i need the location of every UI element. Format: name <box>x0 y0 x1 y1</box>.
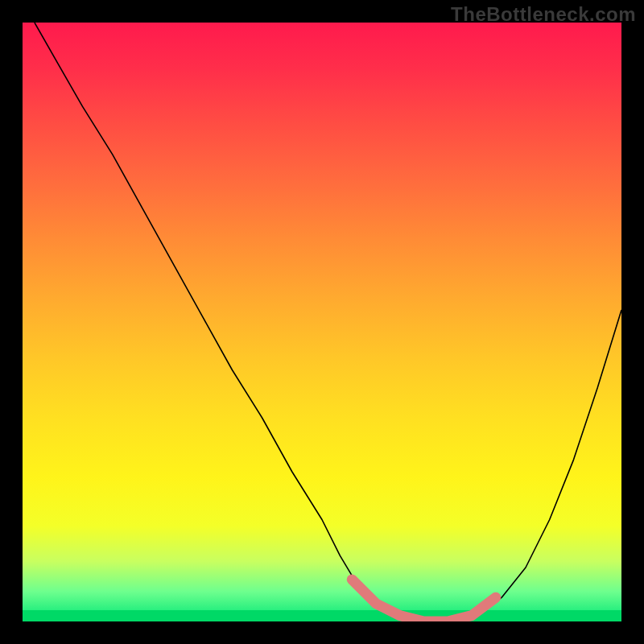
tolerance-band <box>352 580 496 621</box>
chart-frame: TheBottleneck.com <box>0 0 644 644</box>
bottleneck-curve-svg <box>23 23 621 621</box>
plot-area <box>23 23 621 621</box>
bottleneck-curve-line <box>35 23 621 621</box>
